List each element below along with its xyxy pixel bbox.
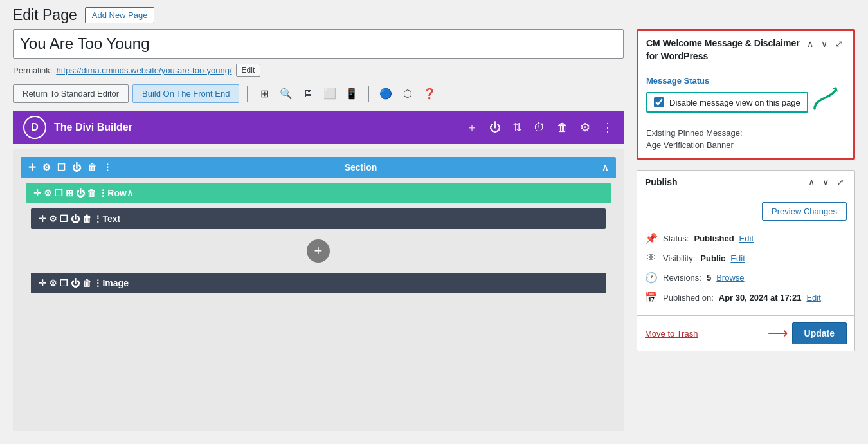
- text-move-icon[interactable]: ✛: [39, 214, 46, 224]
- grid-icon[interactable]: ⊞: [255, 85, 273, 103]
- cm-widget-title: CM Welcome Message & Disclaimer for Word…: [646, 37, 804, 62]
- permalink-edit-button[interactable]: Edit: [236, 64, 261, 77]
- text-label: Text: [102, 214, 120, 224]
- published-value: Apr 30, 2024 at 17:21: [719, 293, 802, 302]
- status-edit-link[interactable]: Edit: [739, 234, 754, 243]
- section-more-icon[interactable]: ⋮: [103, 162, 112, 172]
- toolbar-divider2: [368, 86, 369, 102]
- text-power-icon[interactable]: ⏻: [71, 214, 80, 224]
- page-title-input[interactable]: [13, 29, 624, 59]
- return-standard-editor-button[interactable]: Return To Standard Editor: [13, 84, 129, 103]
- permalink-label: Permalink:: [13, 66, 52, 75]
- divi-builder-title: The Divi Builder: [54, 122, 458, 133]
- move-trash-link[interactable]: Move to Trash: [645, 329, 698, 338]
- green-arrow-icon: [809, 86, 842, 114]
- revisions-icon: 🕐: [645, 272, 658, 284]
- status-icon: 📌: [645, 232, 658, 245]
- page-title: Edit Page: [13, 6, 77, 24]
- divi-arrows-icon[interactable]: ⇅: [512, 120, 522, 134]
- divi-more-icon[interactable]: ⋮: [602, 120, 613, 134]
- row-copy-icon[interactable]: ❐: [55, 188, 63, 198]
- visibility-value: Public: [700, 254, 725, 263]
- divi-add-icon[interactable]: ＋: [466, 120, 478, 135]
- add-module-button[interactable]: +: [307, 239, 330, 263]
- row-settings-icon[interactable]: ⚙: [44, 188, 52, 198]
- image-settings-icon[interactable]: ⚙: [49, 278, 57, 288]
- tablet-icon[interactable]: ⬜: [321, 85, 339, 103]
- image-power-icon[interactable]: ⏻: [71, 278, 80, 288]
- image-label: Image: [102, 278, 128, 288]
- build-front-end-button[interactable]: Build On The Front End: [132, 84, 239, 103]
- text-module: ✛ ⚙ ❐ ⏻ 🗑 ⋮ Text: [31, 208, 606, 229]
- search-icon[interactable]: 🔍: [277, 85, 295, 103]
- divi-power-icon[interactable]: ⏻: [489, 121, 501, 134]
- cm-widget-detach[interactable]: ⤢: [833, 37, 845, 50]
- toolbar-divider: [247, 86, 248, 102]
- divi-clock-icon[interactable]: ⏱: [534, 121, 545, 134]
- row-block: ✛ ⚙ ❐ ⊞ ⏻ 🗑 ⋮ Row ∧: [26, 183, 611, 299]
- section-power-icon[interactable]: ⏻: [72, 162, 81, 172]
- disable-message-checkbox[interactable]: [654, 97, 664, 107]
- text-trash-icon[interactable]: 🗑: [82, 214, 91, 224]
- cm-widget-expand-down[interactable]: ∨: [818, 37, 830, 50]
- publish-title: Publish: [645, 177, 678, 187]
- cm-widget: CM Welcome Message & Disclaimer for Word…: [637, 29, 855, 160]
- text-settings-icon[interactable]: ⚙: [49, 214, 57, 224]
- permalink-url[interactable]: https://dima.cminds.website/you-are-too-…: [56, 66, 231, 75]
- row-label: Row: [107, 188, 127, 198]
- divi-trash-icon[interactable]: 🗑: [557, 121, 568, 134]
- visibility-icon: 👁: [645, 252, 658, 264]
- existing-pinned-link[interactable]: Age Verification Banner: [646, 140, 734, 150]
- update-button[interactable]: Update: [792, 322, 847, 344]
- message-status-label: Message Status: [646, 76, 845, 86]
- disable-checkbox-row: Disable message view on this page: [646, 92, 808, 113]
- mobile-icon[interactable]: 📱: [343, 85, 361, 103]
- disable-checkbox-label[interactable]: Disable message view on this page: [669, 98, 800, 107]
- section-block: ✛ ⚙ ❐ ⏻ 🗑 ⋮ Section ∧: [21, 157, 616, 304]
- revisions-value: 5: [707, 273, 711, 282]
- published-icon: 📅: [645, 291, 658, 304]
- visibility-label: Visibility:: [663, 254, 695, 263]
- section-trash-icon[interactable]: 🗑: [87, 162, 96, 172]
- text-more-icon[interactable]: ⋮: [93, 214, 102, 224]
- row-trash-icon[interactable]: 🗑: [87, 188, 96, 198]
- add-new-button[interactable]: Add New Page: [85, 7, 155, 23]
- publish-widget: Publish ∧ ∨ ⤢ Preview Changes 📌 Status: …: [637, 170, 855, 351]
- section-chevron-icon[interactable]: ∧: [602, 162, 608, 172]
- status-label: Status:: [663, 234, 689, 243]
- help-icon[interactable]: ❓: [420, 85, 439, 103]
- published-edit-link[interactable]: Edit: [806, 293, 820, 302]
- revisions-label: Revisions:: [663, 273, 701, 282]
- publish-expand-down[interactable]: ∨: [820, 176, 831, 189]
- revisions-browse-link[interactable]: Browse: [716, 273, 744, 282]
- existing-pinned-label: Existing Pinned Message:: [646, 128, 845, 138]
- row-move-icon[interactable]: ✛: [33, 188, 41, 198]
- publish-collapse-up[interactable]: ∧: [806, 176, 817, 189]
- image-more-icon[interactable]: ⋮: [93, 278, 102, 288]
- text-copy-icon[interactable]: ❐: [60, 214, 68, 224]
- circle-search-icon[interactable]: 🔵: [377, 85, 395, 103]
- row-chevron-icon[interactable]: ∧: [127, 188, 133, 198]
- section-copy-icon[interactable]: ❐: [57, 162, 66, 172]
- divi-settings-icon[interactable]: ⚙: [580, 120, 590, 134]
- row-more-icon[interactable]: ⋮: [98, 188, 107, 198]
- red-arrow-icon: ⟶: [768, 325, 788, 342]
- image-copy-icon[interactable]: ❐: [60, 278, 68, 288]
- row-grid-icon[interactable]: ⊞: [66, 188, 73, 198]
- image-module: ✛ ⚙ ❐ ⏻ 🗑 ⋮ Image: [31, 273, 606, 293]
- section-label: Section: [120, 162, 602, 172]
- image-trash-icon[interactable]: 🗑: [82, 278, 91, 288]
- preview-changes-button[interactable]: Preview Changes: [762, 202, 847, 221]
- layers-icon[interactable]: ⬡: [399, 85, 417, 103]
- cm-widget-collapse-up[interactable]: ∧: [804, 37, 816, 50]
- visibility-edit-link[interactable]: Edit: [730, 254, 745, 263]
- image-move-icon[interactable]: ✛: [39, 278, 46, 288]
- published-label: Published on:: [663, 293, 714, 302]
- section-move-icon[interactable]: ✛: [28, 162, 36, 172]
- desktop-icon[interactable]: 🖥: [299, 85, 317, 103]
- section-settings-icon[interactable]: ⚙: [42, 162, 51, 172]
- status-value: Published: [694, 234, 734, 243]
- divi-logo: D: [23, 116, 46, 139]
- publish-detach[interactable]: ⤢: [834, 176, 847, 189]
- row-power-icon[interactable]: ⏻: [76, 188, 85, 198]
